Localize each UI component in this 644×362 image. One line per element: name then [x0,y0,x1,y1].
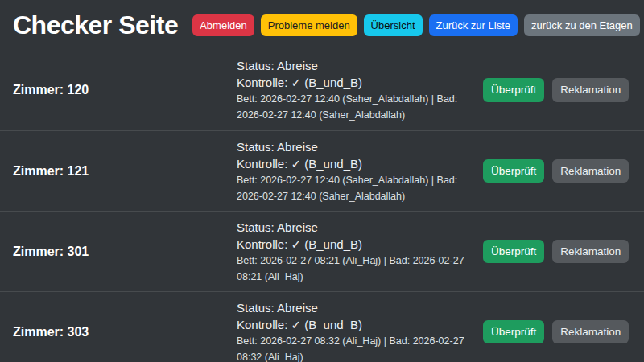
room-info: Status: Abreise Kontrolle: ✓ (B_und_B) B… [237,219,472,285]
abmelden-button[interactable]: Abmelden [192,14,254,36]
room-label: Zimmer: 303 [13,325,237,339]
room-info: Status: Abreise Kontrolle: ✓ (B_und_B) B… [237,57,472,123]
room-kontrolle: Kontrolle: ✓ (B_und_B) [237,236,472,253]
room-row-303: Zimmer: 303 Status: Abreise Kontrolle: ✓… [0,291,644,362]
room-details: Bett: 2026-02-27 08:21 (Ali_Haj) | Bad: … [237,253,472,285]
room-row-121: Zimmer: 121 Status: Abreise Kontrolle: ✓… [0,130,644,211]
room-actions: Überprüft Reklamation [483,78,629,102]
room-list: Zimmer: 120 Status: Abreise Kontrolle: ✓… [0,50,644,362]
zurueck-zu-den-etagen-button[interactable]: zurück zu den Etagen [524,14,640,36]
room-row-120: Zimmer: 120 Status: Abreise Kontrolle: ✓… [0,50,644,130]
ueberprueft-button[interactable]: Überprüft [483,159,544,183]
uebersicht-button[interactable]: Übersicht [364,14,423,36]
room-actions: Überprüft Reklamation [483,320,629,344]
ueberprueft-button[interactable]: Überprüft [483,320,544,344]
page-title: Checker Seite [13,10,178,40]
room-status: Status: Abreise [237,57,472,74]
reklamation-button[interactable]: Reklamation [552,159,629,183]
room-details: Bett: 2026-02-27 08:32 (Ali_Haj) | Bad: … [237,333,472,362]
room-info: Status: Abreise Kontrolle: ✓ (B_und_B) B… [237,299,472,362]
room-kontrolle: Kontrolle: ✓ (B_und_B) [237,155,472,172]
room-label: Zimmer: 301 [13,245,237,259]
room-kontrolle: Kontrolle: ✓ (B_und_B) [237,316,472,333]
ueberprueft-button[interactable]: Überprüft [483,240,544,264]
probleme-melden-button[interactable]: Probleme melden [261,14,357,36]
room-status: Status: Abreise [237,299,472,316]
header: Checker Seite Abmelden Probleme melden Ü… [0,0,644,50]
room-details: Bett: 2026-02-27 12:40 (Saher_Alabdallah… [237,91,472,123]
reklamation-button[interactable]: Reklamation [552,78,629,102]
reklamation-button[interactable]: Reklamation [552,320,629,344]
room-label: Zimmer: 120 [13,83,237,97]
room-actions: Überprüft Reklamation [483,159,629,183]
zurueck-zur-liste-button[interactable]: Zurück zur Liste [429,14,518,36]
room-info: Status: Abreise Kontrolle: ✓ (B_und_B) B… [237,138,472,204]
room-row-301: Zimmer: 301 Status: Abreise Kontrolle: ✓… [0,211,644,291]
room-details: Bett: 2026-02-27 12:40 (Saher_Alabdallah… [237,172,472,204]
room-actions: Überprüft Reklamation [483,240,629,264]
room-status: Status: Abreise [237,219,472,236]
ueberprueft-button[interactable]: Überprüft [483,78,544,102]
room-kontrolle: Kontrolle: ✓ (B_und_B) [237,74,472,91]
room-label: Zimmer: 121 [13,164,237,179]
room-status: Status: Abreise [237,138,472,155]
reklamation-button[interactable]: Reklamation [552,240,629,264]
